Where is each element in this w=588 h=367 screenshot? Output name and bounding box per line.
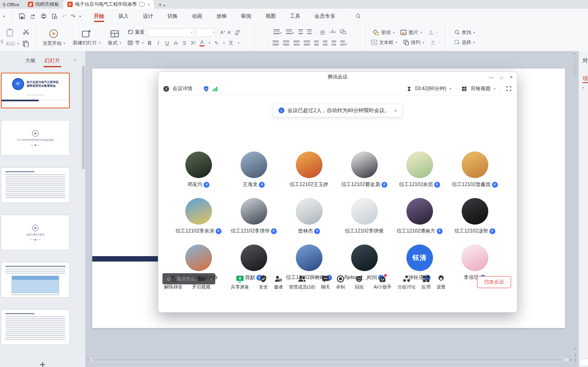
meeting-timer[interactable]: 03:42(60分钟) xyxy=(415,85,446,92)
view-chevron-icon[interactable]: ▾ xyxy=(494,87,495,91)
menu-tab[interactable]: 工具 xyxy=(283,9,308,24)
tab-list-chevron-icon[interactable]: ▾ xyxy=(163,4,165,7)
menu-tab[interactable]: 插入 xyxy=(111,9,136,24)
find-button[interactable]: 查找▾ xyxy=(454,29,475,36)
minimize-button[interactable]: — xyxy=(489,75,494,80)
font-style-button[interactable]: A xyxy=(173,40,178,46)
font-color-icon[interactable]: A xyxy=(199,39,204,46)
chevron-up-icon[interactable]: ^ xyxy=(366,278,368,282)
toolbar-breakout-button[interactable]: 分组讨论 xyxy=(397,274,416,290)
select-button[interactable]: 选择▾ xyxy=(454,39,475,46)
paragraph-spacing-icon[interactable] xyxy=(332,41,336,45)
meeting-titlebar[interactable]: 腾讯会议 — □ × xyxy=(158,72,517,82)
previous-slide-icon[interactable]: ▴▴ xyxy=(575,353,576,356)
decrease-font-icon[interactable]: A⁻ xyxy=(227,30,233,35)
toolbar-record-button[interactable]: 录制^ xyxy=(336,274,349,290)
align-center-icon[interactable] xyxy=(283,41,289,45)
sidebar-scrollbar[interactable] xyxy=(82,66,85,169)
menu-tab[interactable]: 动画 xyxy=(185,9,209,24)
picture-button[interactable]: 图片▾ xyxy=(400,29,422,36)
save-icon[interactable] xyxy=(19,13,25,20)
menu-tab[interactable]: 会员专享 xyxy=(308,9,342,24)
distribute-icon[interactable] xyxy=(314,41,319,45)
slide-thumbnail[interactable] xyxy=(1,167,70,203)
scroll-up-icon[interactable]: ▴ xyxy=(574,52,576,55)
layout-button[interactable]: 版式▾ xyxy=(106,29,123,46)
align-left-icon[interactable] xyxy=(273,41,279,45)
file-menu-chevron-icon[interactable]: ▾ xyxy=(3,15,5,18)
font-size-select[interactable]: ▾ xyxy=(196,28,216,37)
export-icon[interactable] xyxy=(30,13,36,20)
cut-icon[interactable] xyxy=(22,28,30,35)
close-button[interactable]: × xyxy=(509,74,513,80)
numbered-list-icon[interactable]: ▾ xyxy=(286,28,294,36)
toolbar-invite-button[interactable]: 邀请 xyxy=(274,274,283,290)
scroll-right-icon[interactable]: ▸ xyxy=(568,358,573,362)
font-style-button[interactable]: U xyxy=(165,40,170,46)
font-style-button[interactable]: S xyxy=(182,40,187,46)
timer-chevron-icon[interactable]: ▾ xyxy=(450,87,451,91)
slide-thumbnail[interactable] xyxy=(1,309,70,345)
toolbar-shield-button[interactable]: 安全 xyxy=(259,274,268,290)
end-meeting-button[interactable]: 结束会议 xyxy=(477,276,511,288)
toolbar-screen-share-button[interactable]: 共享屏幕^ xyxy=(231,274,253,290)
chat-placeholder[interactable]: 说点什么... xyxy=(177,276,208,282)
menu-tab[interactable]: 审阅 xyxy=(234,9,258,24)
view-mode-button[interactable]: 宫格视图 xyxy=(470,85,490,92)
bullet-list-icon[interactable]: ▾ xyxy=(273,28,282,36)
scroll-left-icon[interactable]: ◂ xyxy=(85,358,90,362)
participant-tile[interactable]: 信工12102李骁俊 xyxy=(337,198,392,245)
slide-thumbnail[interactable]: ◉返校交通安全教育—— ◆ —— xyxy=(1,215,70,250)
tab-slides[interactable]: 幻灯片 xyxy=(44,57,60,64)
shapes-button[interactable]: 形状▾ xyxy=(373,29,394,36)
vertical-scroll-thumb[interactable] xyxy=(573,57,577,77)
increase-indent-icon[interactable] xyxy=(307,29,312,34)
participant-tile[interactable]: 信工12102余苗 xyxy=(392,152,447,198)
convert-smartart-icon[interactable] xyxy=(340,29,346,34)
new-slide-button[interactable]: 新建幻灯片▾ xyxy=(71,29,102,46)
participant-tile[interactable]: 信工12102潘南方 xyxy=(392,198,447,245)
paste-icon[interactable] xyxy=(6,28,14,37)
character-border-icon[interactable]: ab xyxy=(320,29,325,34)
decrease-indent-icon[interactable] xyxy=(298,29,303,34)
slide-thumbnail[interactable]: ◉关于2024年春季学期开学返校的通知—— ◆ —— xyxy=(1,120,70,156)
participant-tile[interactable]: 信工12102王玉婷 xyxy=(281,152,337,198)
redo-icon[interactable]: ↷ xyxy=(71,13,75,20)
menu-tab[interactable]: 视图 xyxy=(258,9,283,24)
participant-tile[interactable]: 信工12102蔡金枭 xyxy=(337,152,392,198)
toolbar-ai-button[interactable]: AI小助手 xyxy=(374,274,391,290)
add-slide-button[interactable]: + xyxy=(0,359,85,367)
tab-docer-templates[interactable]: 找稻壳模板 xyxy=(24,0,64,9)
increase-font-icon[interactable]: A⁺ xyxy=(220,30,226,35)
highlight-icon[interactable]: ✎ xyxy=(214,40,219,46)
chevron-up-icon[interactable]: ^ xyxy=(347,278,349,282)
slide-thumbnail[interactable]: 中电子信息与电气工程学院春季返校安全教育班会 xyxy=(1,73,70,108)
toolbar-chat-button[interactable]: 聊天 xyxy=(321,274,330,290)
text-spacing-icon[interactable]: ▾ xyxy=(340,39,347,47)
font-style-button[interactable]: B xyxy=(147,40,152,46)
participant-tile[interactable]: 王海龙 xyxy=(226,152,281,198)
print-icon[interactable] xyxy=(40,13,47,20)
menu-tab[interactable]: 设计 xyxy=(136,9,160,24)
notice-close-icon[interactable]: × xyxy=(394,108,397,114)
text-direction-icon[interactable]: ↓A▾ xyxy=(329,29,336,34)
new-tab-button[interactable]: + xyxy=(158,1,162,8)
textbox-button[interactable]: A 文本框▾ xyxy=(371,39,397,46)
collapse-panel-icon[interactable]: ‹ xyxy=(74,56,76,63)
tab-wps-home[interactable]: S Office xyxy=(0,0,24,9)
scroll-down-icon[interactable]: ▾ xyxy=(575,347,576,350)
arrange-button[interactable]: 排列▾ xyxy=(403,39,424,46)
font-style-button[interactable]: X² xyxy=(191,40,196,46)
undo-redo-chevron-icon[interactable]: ▾ xyxy=(79,15,81,18)
font-family-select[interactable]: ▾ xyxy=(147,28,194,37)
participant-tile[interactable]: 信工12102曾鑫笛 xyxy=(447,152,502,198)
participant-tile[interactable]: 曾林杰 xyxy=(281,198,337,245)
menu-tab[interactable]: 切换 xyxy=(160,9,185,24)
emoji-icon[interactable]: ☺ xyxy=(166,276,171,281)
toolbar-react-button[interactable]: 回应^ xyxy=(355,274,368,290)
tab-presentation[interactable]: P 电子信息与电气工程学院春季 × xyxy=(63,0,154,9)
reset-button[interactable]: 重置 xyxy=(127,29,145,35)
next-slide-icon[interactable]: ▾▾ xyxy=(575,359,576,362)
toolbar-gear-button[interactable]: 设置 xyxy=(436,274,445,290)
vertical-scrollbar[interactable]: ▴ ▾ ▴▴ ▾▾ xyxy=(573,52,578,362)
